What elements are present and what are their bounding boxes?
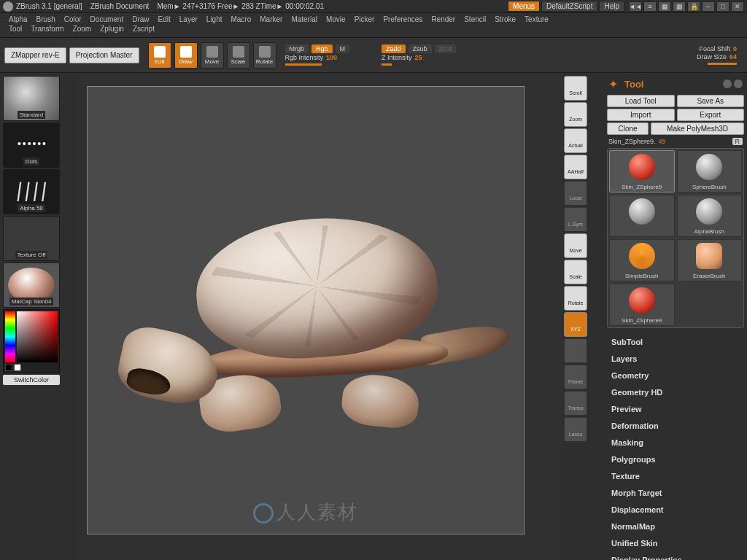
- focal-shift-value[interactable]: 0: [733, 45, 737, 52]
- menu-color[interactable]: Color: [60, 15, 86, 24]
- prev-layout-icon[interactable]: ◄◄: [629, 1, 642, 12]
- nav-scroll-button[interactable]: Scroll: [564, 76, 587, 101]
- section-texture[interactable]: Texture: [607, 468, 744, 484]
- zmapper-button[interactable]: ZMapper rev-E: [4, 47, 66, 63]
- section-geometry[interactable]: Geometry: [607, 368, 744, 384]
- left-tray[interactable]: [63, 73, 78, 560]
- brush-swatch[interactable]: Standard: [3, 76, 60, 121]
- move-button[interactable]: Move: [201, 42, 224, 69]
- alpha-swatch[interactable]: Alpha 58: [3, 169, 60, 214]
- section-polygroups[interactable]: Polygroups: [607, 451, 744, 467]
- brush-skin_zsphere9[interactable]: Skin_ZSphere9: [609, 150, 675, 192]
- r-badge[interactable]: R: [732, 138, 743, 145]
- brush-alphabrush[interactable]: AlphaBrush: [677, 195, 743, 237]
- section-display-properties[interactable]: Display Properties: [607, 552, 744, 560]
- draw-size-slider[interactable]: [708, 63, 737, 65]
- layout2-icon[interactable]: ▦: [673, 1, 686, 12]
- layout1-icon[interactable]: ▦: [658, 1, 671, 12]
- nav-local-button[interactable]: Local: [564, 181, 587, 206]
- default-zscript-button[interactable]: DefaultZScript: [541, 1, 597, 12]
- menu-brush[interactable]: Brush: [32, 15, 60, 24]
- section-morph-target[interactable]: Morph Target: [607, 485, 744, 501]
- hue-strip[interactable]: [5, 311, 15, 362]
- menu-draw[interactable]: Draw: [128, 15, 153, 24]
- rgb-intensity-value[interactable]: 100: [326, 54, 337, 61]
- menu-render[interactable]: Render: [427, 15, 460, 24]
- right-tray[interactable]: [589, 73, 604, 560]
- rgb-intensity-slider[interactable]: [285, 63, 322, 66]
- rotate-button[interactable]: Rotate: [253, 42, 276, 69]
- collapse-icon[interactable]: [734, 79, 743, 88]
- nav-frame-button[interactable]: Frame: [564, 365, 587, 389]
- menu-transform[interactable]: Transform: [26, 24, 68, 34]
- nav-aahalf-button[interactable]: AAHalf: [564, 155, 587, 179]
- maximize-icon[interactable]: □: [716, 1, 729, 12]
- material-swatch[interactable]: MatCap Skin04: [3, 262, 60, 308]
- menu-picker[interactable]: Picker: [350, 15, 379, 24]
- z-intensity-slider[interactable]: [382, 63, 392, 66]
- texture-swatch[interactable]: Texture Off: [3, 216, 60, 261]
- brush-spherebrush[interactable]: SphereBrush: [677, 150, 743, 192]
- brush-simplebrush[interactable]: SimpleBrush: [609, 239, 675, 281]
- projection-master-button[interactable]: Projection Master: [69, 47, 139, 63]
- help-button[interactable]: Help: [599, 1, 624, 12]
- nav-rotate-button[interactable]: Rotate: [564, 286, 587, 311]
- export-button[interactable]: Export: [677, 109, 745, 121]
- section-masking[interactable]: Masking: [607, 435, 744, 451]
- lock-icon[interactable]: 🔒: [687, 1, 700, 12]
- nav-actual-button[interactable]: Actual: [564, 128, 587, 153]
- menu-edit[interactable]: Edit: [154, 15, 175, 24]
- mrgb-chip[interactable]: Mrgb: [285, 44, 309, 53]
- menu-texture[interactable]: Texture: [520, 15, 553, 24]
- menu-macro[interactable]: Macro: [226, 15, 255, 24]
- menus-button[interactable]: Menus: [508, 1, 540, 12]
- nav-blank-button[interactable]: [564, 338, 587, 363]
- menu-zplugin[interactable]: Zplugin: [96, 24, 128, 34]
- gear-icon[interactable]: [723, 79, 732, 88]
- load-tool-button[interactable]: Load Tool: [607, 95, 675, 107]
- color-swatch-black[interactable]: [5, 364, 12, 371]
- menu-toggle-icon[interactable]: ≡: [643, 1, 657, 12]
- draw-button[interactable]: Draw: [174, 42, 198, 69]
- menu-zscript[interactable]: Zscript: [128, 24, 159, 34]
- m-chip[interactable]: M: [336, 44, 350, 53]
- switch-color-button[interactable]: SwitchColor: [3, 375, 60, 385]
- minimize-icon[interactable]: ─: [702, 1, 715, 12]
- menu-stroke[interactable]: Stroke: [490, 15, 520, 24]
- menu-alpha[interactable]: Alpha: [4, 15, 32, 24]
- brush-eraserbrush[interactable]: EraserBrush: [677, 239, 743, 281]
- menu-stencil[interactable]: Stencil: [460, 15, 490, 24]
- menu-layer[interactable]: Layer: [175, 15, 202, 24]
- menu-marker[interactable]: Marker: [255, 15, 287, 24]
- nav-transp-button[interactable]: Transp: [564, 391, 587, 416]
- zadd-chip[interactable]: Zadd: [382, 44, 406, 53]
- menu-preferences[interactable]: Preferences: [379, 15, 427, 24]
- brush-empty[interactable]: [609, 195, 675, 237]
- nav-xyz-button[interactable]: XYZ: [564, 312, 587, 337]
- section-subtool[interactable]: SubTool: [607, 334, 744, 350]
- section-displacement[interactable]: Displacement: [607, 502, 744, 518]
- make-polymesh-button[interactable]: Make PolyMesh3D: [651, 122, 744, 135]
- menu-light[interactable]: Light: [202, 15, 227, 24]
- edit-button[interactable]: Edit: [148, 42, 171, 69]
- nav-zoom-button[interactable]: Zoom: [564, 102, 587, 127]
- save-as-button[interactable]: Save As: [677, 95, 745, 107]
- rgb-chip[interactable]: Rgb: [311, 44, 333, 53]
- menu-material[interactable]: Material: [287, 15, 322, 24]
- color-swatch-white[interactable]: [14, 364, 21, 371]
- menu-movie[interactable]: Movie: [322, 15, 350, 24]
- nav-scale-button[interactable]: Scale: [564, 260, 587, 284]
- z-intensity-value[interactable]: 25: [415, 54, 422, 61]
- menu-tool[interactable]: Tool: [4, 24, 26, 34]
- zsub-chip[interactable]: Zsub: [409, 44, 432, 53]
- section-layers[interactable]: Layers: [607, 351, 744, 367]
- section-unified-skin[interactable]: Unified Skin: [607, 535, 744, 551]
- menu-document[interactable]: Document: [86, 15, 128, 24]
- viewport[interactable]: 人人素材: [87, 86, 525, 534]
- section-geometry-hd[interactable]: Geometry HD: [607, 384, 744, 400]
- stroke-swatch[interactable]: Dots: [3, 122, 60, 168]
- menu-zoom[interactable]: Zoom: [69, 24, 96, 34]
- scale-button[interactable]: Scale: [227, 42, 250, 69]
- brush-skin_zsphere9[interactable]: Skin_ZSphere9: [609, 284, 675, 326]
- nav-move-button[interactable]: Move: [564, 233, 587, 258]
